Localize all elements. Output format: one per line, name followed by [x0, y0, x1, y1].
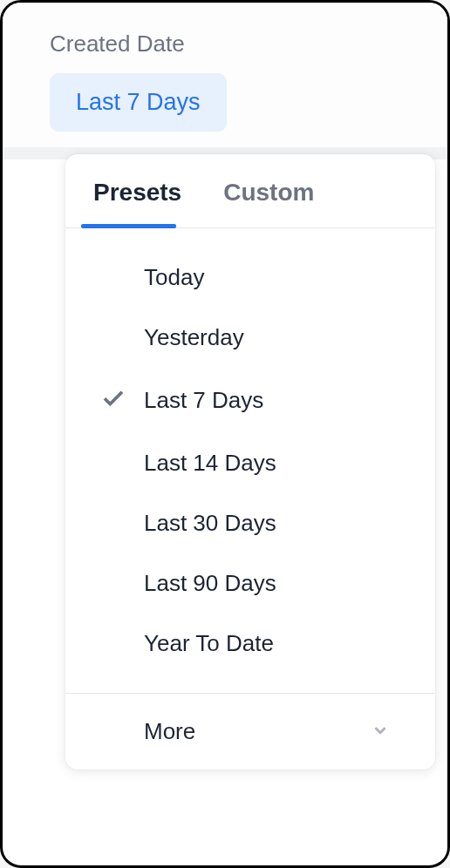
option-label: Last 7 Days	[144, 387, 263, 414]
more-toggle[interactable]: More	[65, 693, 435, 770]
check-icon	[100, 384, 126, 417]
option-label: Last 90 Days	[144, 570, 276, 597]
option-last-30-days[interactable]: Last 30 Days	[65, 493, 435, 553]
option-label: Last 14 Days	[144, 450, 276, 477]
option-last-14-days[interactable]: Last 14 Days	[65, 433, 435, 493]
option-today[interactable]: Today	[65, 248, 435, 308]
option-label: Yesterday	[144, 324, 244, 351]
check-slot	[100, 384, 144, 417]
chevron-down-icon	[371, 721, 390, 743]
tab-custom[interactable]: Custom	[202, 154, 335, 227]
tabs-row: Presets Custom	[65, 154, 435, 228]
option-label: Year To Date	[144, 630, 274, 657]
preset-options-list: Today Yesterday Last 7 Days Last 14 Days	[65, 228, 435, 693]
tab-presets[interactable]: Presets	[72, 154, 202, 227]
option-label: Today	[144, 264, 204, 291]
date-filter-container: Created Date Last 7 Days Presets Custom …	[0, 0, 450, 868]
more-label: More	[144, 718, 195, 745]
option-label: Last 30 Days	[144, 510, 276, 537]
option-last-7-days[interactable]: Last 7 Days	[65, 368, 435, 433]
field-label: Created Date	[50, 31, 419, 58]
selected-date-chip[interactable]: Last 7 Days	[50, 73, 227, 132]
option-year-to-date[interactable]: Year To Date	[65, 614, 435, 674]
filter-header: Created Date Last 7 Days	[3, 3, 447, 147]
date-dropdown-panel: Presets Custom Today Yesterday	[65, 154, 435, 770]
option-last-90-days[interactable]: Last 90 Days	[65, 553, 435, 614]
option-yesterday[interactable]: Yesterday	[65, 308, 435, 368]
